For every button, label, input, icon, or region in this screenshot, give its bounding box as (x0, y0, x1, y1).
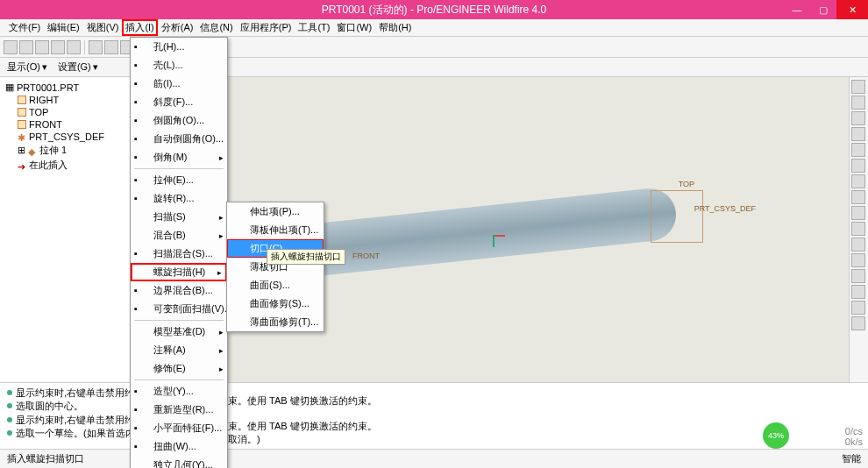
window-controls: — ▢ ✕ (784, 0, 868, 19)
submenu-surface[interactable]: 曲面(S)... (227, 276, 324, 294)
label-top: TOP (679, 180, 694, 188)
menu-autoround[interactable]: ▪自动倒圆角(O)... (131, 130, 227, 148)
menu-facet[interactable]: ▪小平面特征(F)... (131, 419, 227, 437)
insert-menu: ▪孔(H)... ▪壳(L)... ▪筋(I)... ▪斜度(F)... ▪倒圆… (130, 37, 228, 468)
submenu-surf-trim[interactable]: 曲面修剪(S)... (227, 294, 324, 313)
title-bar: PRT0001 (活动的) - Pro/ENGINEER Wildfire 4.… (0, 0, 868, 19)
menu-view[interactable]: 视图(V) (83, 19, 123, 36)
label-front: FRONT (352, 252, 380, 260)
menu-window[interactable]: 窗口(W) (333, 19, 375, 36)
chamfer-icon[interactable] (851, 174, 865, 188)
label-csys: PRT_CSYS_DEF (694, 204, 756, 213)
cylinder-body (289, 186, 679, 279)
revolve-icon[interactable] (851, 96, 865, 110)
tree-root[interactable]: ▦ PRT0001.PRT (4, 81, 132, 94)
menu-helical-sweep[interactable]: 螺旋扫描(H)▸ (131, 263, 227, 281)
style-icon[interactable] (851, 316, 865, 330)
menu-hole[interactable]: ▪孔(H)... (131, 38, 227, 56)
datum-axis-icon[interactable] (851, 269, 865, 283)
pattern-icon[interactable] (851, 222, 865, 236)
menu-restyle[interactable]: ▪重新造型(R)... (131, 401, 227, 419)
menu-bar: 文件(F) 编辑(E) 视图(V) 插入(I) 分析(A) 信息(N) 应用程序… (0, 19, 868, 37)
menu-tools[interactable]: 工具(T) (295, 19, 333, 36)
undo-icon[interactable] (89, 40, 103, 54)
model-tree: ▦ PRT0001.PRT RIGHT TOP FRONT ✱PRT_CSYS_… (0, 77, 137, 382)
submenu-protrusion[interactable]: 伸出项(P)... (227, 202, 324, 221)
save-icon[interactable] (35, 40, 49, 54)
new-icon[interactable] (4, 40, 18, 54)
menu-file[interactable]: 文件(F) (5, 19, 44, 36)
tree-extrude[interactable]: ⊞ ◆拉伸 1 (4, 143, 132, 158)
menu-indepgeom[interactable]: 独立几何(Y)... (131, 456, 227, 468)
menu-shell[interactable]: ▪壳(L)... (131, 56, 227, 74)
mail-icon[interactable] (67, 40, 81, 54)
menu-round[interactable]: ▪倒圆角(O)... (131, 111, 227, 130)
minimize-button[interactable]: — (784, 0, 810, 19)
csys-axes-icon (493, 235, 510, 252)
rate-display: 0/cs0k/s (845, 426, 863, 447)
datum-box (651, 190, 703, 243)
menu-apps[interactable]: 应用程序(P) (237, 19, 295, 36)
menu-sweepblend[interactable]: ▪扫描混合(S)... (131, 245, 227, 263)
sketch-icon[interactable] (851, 301, 865, 315)
menu-draft[interactable]: ▪斜度(F)... (131, 93, 227, 111)
msg-tail: 束。使用 TAB 键切换激活的约束。 束。使用 TAB 键切换激活的约束。 取消… (228, 394, 377, 446)
menu-analysis[interactable]: 分析(A) (158, 19, 197, 36)
menu-extrude[interactable]: ▪拉伸(E)... (131, 171, 227, 189)
menu-edit[interactable]: 编辑(E) (44, 19, 83, 36)
menu-rib[interactable]: ▪筋(I)... (131, 74, 227, 93)
feature-toolbar (849, 77, 868, 382)
settings-dropdown[interactable]: 设置(G) ▾ (58, 60, 98, 74)
menu-chamfer[interactable]: ▪倒角(M)▸ (131, 148, 227, 167)
close-button[interactable]: ✕ (836, 0, 868, 19)
menu-varsweep[interactable]: ▪可变剖面扫描(V)... (131, 300, 227, 318)
blend-icon[interactable] (851, 127, 865, 141)
datum-point-icon[interactable] (851, 285, 865, 299)
separator (84, 40, 85, 54)
shell-icon[interactable] (851, 206, 865, 220)
sweep-icon[interactable] (851, 111, 865, 125)
menu-insert[interactable]: 插入(I) (122, 19, 157, 36)
app-icon (4, 4, 16, 16)
menu-cosmetic[interactable]: 修饰(E)▸ (131, 359, 227, 378)
maximize-button[interactable]: ▢ (810, 0, 836, 19)
tree-csys[interactable]: ✱PRT_CSYS_DEF (4, 131, 132, 143)
tooltip: 插入螺旋扫描切口 (267, 249, 345, 265)
menu-sweep[interactable]: 扫描(S)▸ (131, 208, 227, 226)
menu-datum[interactable]: 模型基准(D)▸ (131, 323, 227, 341)
tree-plane-front[interactable]: FRONT (4, 118, 132, 131)
draft-icon[interactable] (851, 190, 865, 204)
menu-blend[interactable]: 混合(B)▸ (131, 226, 227, 245)
zoom-badge: 43% (763, 422, 789, 449)
round-icon[interactable] (851, 159, 865, 173)
menu-style[interactable]: ▪造型(Y)... (131, 382, 227, 401)
tree-insert-here[interactable]: ➔在此插入 (4, 158, 132, 173)
tree-plane-right[interactable]: RIGHT (4, 94, 132, 106)
print-icon[interactable] (51, 40, 65, 54)
menu-help[interactable]: 帮助(H) (375, 19, 415, 36)
datum-plane-icon[interactable] (851, 253, 865, 267)
status-filter[interactable]: 智能 (842, 452, 861, 465)
open-icon[interactable] (19, 40, 33, 54)
redo-icon[interactable] (104, 40, 118, 54)
model: TOP PRT_CSYS_DEF FRONT (282, 181, 703, 278)
status-text: 插入螺旋扫描切口 (7, 452, 84, 465)
extrude-icon[interactable] (851, 80, 865, 94)
show-dropdown[interactable]: 显示(O) ▾ (7, 60, 47, 74)
menu-annotate[interactable]: 注释(A)▸ (131, 341, 227, 359)
menu-revolve[interactable]: ▪旋转(R)... (131, 189, 227, 208)
helical-sweep-submenu: 伸出项(P)... 薄板伸出项(T)... 切口(C)... 薄板切口 曲面(S… (226, 202, 324, 332)
mirror-icon[interactable] (851, 238, 865, 252)
menu-boundaryblend[interactable]: ▪边界混合(B)... (131, 281, 227, 300)
tree-plane-top[interactable]: TOP (4, 106, 132, 118)
window-title: PRT0001 (活动的) - Pro/ENGINEER Wildfire 4.… (322, 3, 547, 18)
submenu-thin-surf-trim[interactable]: 薄曲面修剪(T)... (227, 313, 324, 331)
hole-icon[interactable] (851, 143, 865, 157)
menu-warp[interactable]: ▪扭曲(W)... (131, 437, 227, 456)
menu-info[interactable]: 信息(N) (196, 19, 236, 36)
submenu-thin-protrusion[interactable]: 薄板伸出项(T)... (227, 221, 324, 239)
